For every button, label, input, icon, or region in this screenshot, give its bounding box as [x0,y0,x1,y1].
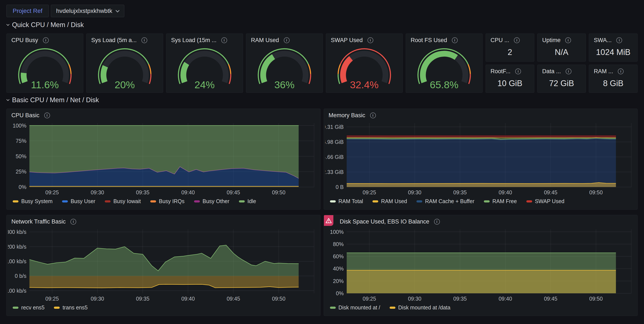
legend-label: RAM Total [338,198,363,204]
legend-item[interactable]: SWAP Used [526,198,564,204]
svg-text:09:40: 09:40 [182,190,195,196]
legend-label: Idle [248,198,256,204]
stat-value: 10 GiB [486,75,534,92]
memory-basic-chart[interactable]: 0 B2.33 GiB4.66 GiB6.98 GiB9.31 GiB09:25… [325,120,636,196]
legend-item[interactable]: RAM Free [484,198,517,204]
legend-item[interactable]: recv ens5 [13,304,44,311]
gauge: 24% [166,44,243,94]
legend-item[interactable]: Busy Other [194,198,230,204]
legend-swatch-icon [150,200,156,202]
info-icon[interactable] [566,68,572,74]
info-icon[interactable] [284,37,290,43]
gauge: 65.8% [406,44,482,94]
info-icon[interactable] [618,68,624,74]
panel-title[interactable]: CPU Basic [12,112,40,119]
variable-label-project-ref[interactable]: Project Ref [6,5,49,17]
panel-title[interactable]: Disk Space Used, EBS IO Balance [340,218,429,225]
panel-title[interactable]: CPU ... [490,37,509,44]
info-icon[interactable] [368,37,373,43]
panel-ram-total-stat: RAM ... 8 GiB [589,65,638,93]
legend-label: Disk mounted at / [338,304,380,311]
svg-text:50%: 50% [16,153,26,159]
section-row-basic-cpu-mem-net-disk[interactable]: Basic CPU / Mem / Net / Disk [7,96,638,104]
svg-text:09:30: 09:30 [90,190,104,196]
info-icon[interactable] [70,219,76,224]
legend-item[interactable]: Busy User [62,198,95,204]
panel-title[interactable]: RAM Used [251,37,279,44]
cpu-basic-chart[interactable]: 0%25%50%75%100%09:2509:3009:3509:4009:45… [8,120,318,196]
cpu-plot: 0%25%50%75%100%09:2509:3009:3509:4009:45… [8,120,317,196]
info-icon[interactable] [43,37,49,43]
legend-label: trans ens5 [62,304,88,311]
info-icon[interactable] [142,37,147,43]
variable-value-text: hvdelujxlxstpxkhwbtk [56,8,112,14]
svg-text:0 B: 0 B [336,184,344,190]
info-icon[interactable] [434,219,440,224]
info-icon[interactable] [370,112,376,118]
panel-title[interactable]: Root FS Used [411,37,447,44]
legend-item[interactable]: RAM Cache + Buffer [416,198,474,204]
panel-cpu-busy-gauge: CPU Busy 11.6% [6,34,83,93]
legend-item[interactable]: RAM Used [372,198,407,204]
panel-disk-space-ebs-io: Disk Space Used, EBS IO Balance 0%20%40%… [324,215,638,316]
stat-value: 8 GiB [589,75,637,92]
legend-item[interactable]: Busy Iowait [105,198,141,204]
disk-space-chart[interactable]: 0%20%40%60%80%100%09:2509:3009:3509:4009… [325,226,636,303]
section-title: Quick CPU / Mem / Disk [12,21,84,29]
panel-title[interactable]: Sys Load (15m ... [171,37,216,44]
legend-item[interactable]: Disk mounted at / [330,304,380,311]
panel-sys-load-15m-gauge: Sys Load (15m ... 24% [166,34,243,93]
panel-title[interactable]: RAM ... [594,68,613,75]
legend-item[interactable]: Busy IRQs [150,198,184,204]
variable-value-dropdown[interactable]: hvdelujxlxstpxkhwbtk [51,5,124,17]
legend-item[interactable]: Busy System [13,198,52,204]
svg-text:9.31 GiB: 9.31 GiB [325,124,344,130]
legend-item[interactable]: Disk mounted at /data [390,304,450,311]
panel-title[interactable]: SWA... [594,37,612,44]
section-row-quick-cpu-mem-disk[interactable]: Quick CPU / Mem / Disk [7,21,638,29]
svg-text:300 kb/s: 300 kb/s [8,229,26,235]
legend-label: Busy Other [203,198,230,204]
section-title: Basic CPU / Mem / Net / Disk [12,96,99,104]
cpu-basic-legend: Busy SystemBusy UserBusy IowaitBusy IRQs… [7,196,320,204]
svg-text:09:50: 09:50 [589,190,603,196]
panel-title[interactable]: CPU Busy [12,37,38,44]
network-traffic-chart[interactable]: -100 kb/s0 b/s100 kb/s200 kb/s300 kb/s09… [8,226,318,303]
svg-text:09:45: 09:45 [544,296,557,302]
legend-item[interactable]: RAM Total [330,198,363,204]
legend-swatch-icon [13,200,18,202]
svg-text:09:45: 09:45 [544,190,557,196]
info-icon[interactable] [452,37,458,43]
network-plot: -100 kb/s0 b/s100 kb/s200 kb/s300 kb/s09… [8,226,317,302]
svg-text:0%: 0% [19,184,26,190]
info-icon[interactable] [514,37,520,43]
alert-state-badge[interactable] [324,215,334,226]
svg-text:-100 kb/s: -100 kb/s [8,288,26,294]
panel-title[interactable]: SWAP Used [331,37,363,44]
info-icon[interactable] [44,112,50,118]
panel-title[interactable]: Memory Basic [329,112,365,119]
memory-basic-legend: RAM TotalRAM UsedRAM Cache + BufferRAM F… [324,196,638,204]
svg-text:09:45: 09:45 [227,190,240,196]
panel-swap-total-stat: SWA... 1024 MiB [589,34,638,62]
panel-title[interactable]: Uptime [542,37,561,44]
legend-item[interactable]: Idle [239,198,256,204]
info-icon[interactable] [221,37,227,43]
stat-value: 72 GiB [538,75,586,92]
panel-ram-used-gauge: RAM Used 36% [246,34,323,93]
svg-text:09:25: 09:25 [362,190,376,196]
info-icon[interactable] [616,37,622,43]
memory-plot: 0 B2.33 GiB4.66 GiB6.98 GiB9.31 GiB09:25… [325,120,634,196]
svg-text:40%: 40% [333,266,344,272]
stat-value: N/A [538,44,586,61]
info-icon[interactable] [565,37,571,43]
legend-item[interactable]: trans ens5 [54,304,88,311]
panel-rootfs-total-stat: RootF... 10 GiB [486,65,534,93]
info-icon[interactable] [515,68,521,74]
disk-space-legend: Disk mounted at /Disk mounted at /data [324,303,638,311]
panel-title[interactable]: Sys Load (5m a... [91,37,137,44]
panel-title[interactable]: RootF... [490,68,510,75]
panel-title[interactable]: Data ... [542,68,561,75]
panel-data-disk-stat: Data ... 72 GiB [537,65,586,93]
panel-title[interactable]: Network Traffic Basic [12,218,66,225]
